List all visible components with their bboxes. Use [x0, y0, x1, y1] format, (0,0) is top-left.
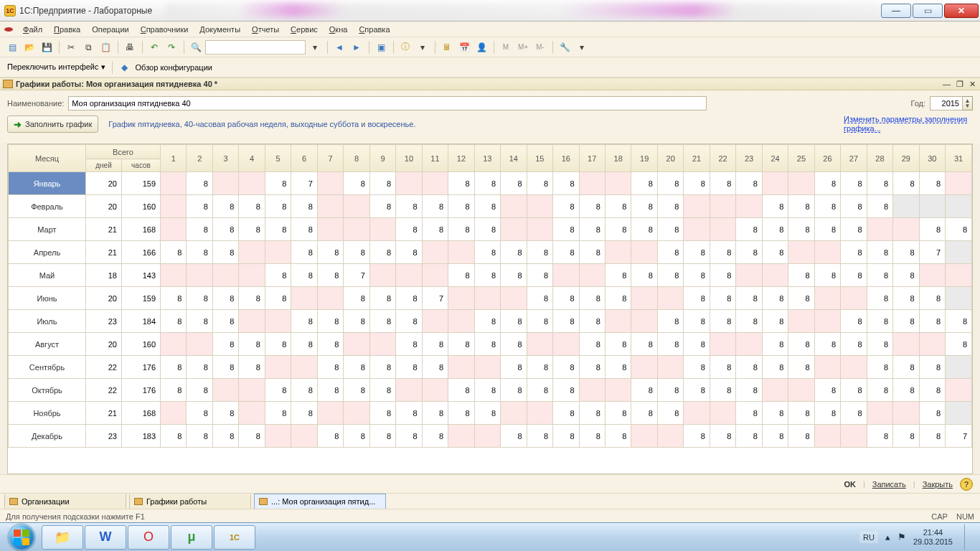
day-cell[interactable]: 8: [867, 310, 892, 333]
day-cell-weekend[interactable]: [448, 356, 474, 379]
day-cell[interactable]: 8: [474, 264, 500, 287]
day-cell[interactable]: 8: [788, 425, 814, 448]
hours-cell[interactable]: 160: [122, 333, 161, 356]
day-cell-weekend[interactable]: [684, 402, 710, 425]
calc-icon[interactable]: 🖩: [439, 39, 455, 55]
day-cell[interactable]: 8: [527, 264, 552, 287]
day-cell[interactable]: 8: [605, 218, 631, 241]
windows-icon[interactable]: ▣: [373, 39, 389, 55]
day-cell[interactable]: 8: [187, 195, 212, 218]
day-cell-weekend[interactable]: [448, 310, 474, 333]
mdi-restore-icon[interactable]: ❐: [955, 80, 965, 89]
minimize-button[interactable]: —: [881, 4, 911, 18]
day-cell[interactable]: 8: [344, 241, 369, 264]
day-cell[interactable]: 8: [579, 356, 605, 379]
day-cell[interactable]: 8: [344, 379, 369, 402]
day-cell[interactable]: 8: [265, 333, 291, 356]
day-cell[interactable]: 8: [605, 264, 631, 287]
day-cell[interactable]: 8: [422, 356, 448, 379]
day-cell[interactable]: 8: [212, 402, 238, 425]
day-cell[interactable]: 8: [291, 333, 317, 356]
year-input[interactable]: [930, 96, 963, 110]
day-cell-weekend[interactable]: [291, 287, 317, 310]
day-cell[interactable]: 8: [396, 425, 422, 448]
day-cell[interactable]: 8: [684, 310, 710, 333]
day-cell-weekend[interactable]: [501, 402, 527, 425]
day-cell-weekend[interactable]: [448, 425, 474, 448]
day-cell-weekend[interactable]: [527, 402, 552, 425]
day-cell[interactable]: 8: [946, 218, 972, 241]
day-cell-weekend[interactable]: [867, 218, 892, 241]
day-cell-weekend[interactable]: [501, 287, 527, 310]
day-cell[interactable]: 8: [317, 241, 343, 264]
day-cell[interactable]: 8: [814, 172, 840, 195]
day-cell[interactable]: 8: [919, 310, 945, 333]
menu-item[interactable]: Правка: [50, 24, 85, 35]
days-cell[interactable]: 21: [86, 241, 122, 264]
day-cell-weekend[interactable]: [161, 218, 187, 241]
day-cell-weekend[interactable]: [344, 402, 369, 425]
day-cell[interactable]: 8: [265, 218, 291, 241]
day-cell[interactable]: 8: [317, 333, 343, 356]
search-input[interactable]: [205, 40, 306, 55]
day-cell[interactable]: 8: [736, 218, 762, 241]
day-cell[interactable]: 8: [501, 241, 527, 264]
day-cell[interactable]: 8: [161, 425, 187, 448]
day-cell[interactable]: 8: [212, 356, 238, 379]
day-cell-weekend[interactable]: [841, 287, 867, 310]
hours-cell[interactable]: 176: [122, 356, 161, 379]
day-cell[interactable]: 8: [605, 425, 631, 448]
day-cell-weekend[interactable]: [239, 172, 265, 195]
day-cell[interactable]: 8: [893, 172, 919, 195]
day-cell[interactable]: 8: [422, 195, 448, 218]
days-cell[interactable]: 20: [86, 287, 122, 310]
day-cell[interactable]: 8: [474, 241, 500, 264]
help-icon[interactable]: ?: [960, 478, 973, 491]
switch-interface-button[interactable]: Переключить интерфейс ▾: [4, 61, 108, 73]
day-cell[interactable]: 8: [212, 310, 238, 333]
hours-cell[interactable]: 160: [122, 195, 161, 218]
day-cell[interactable]: 8: [710, 356, 735, 379]
day-cell[interactable]: 8: [396, 310, 422, 333]
day-cell-weekend[interactable]: [814, 356, 840, 379]
days-cell[interactable]: 23: [86, 425, 122, 448]
day-cell[interactable]: 8: [344, 287, 369, 310]
day-cell[interactable]: 8: [396, 195, 422, 218]
day-cell[interactable]: 8: [187, 172, 212, 195]
day-cell-weekend[interactable]: [762, 379, 788, 402]
day-cell[interactable]: 8: [841, 402, 867, 425]
day-cell[interactable]: 8: [684, 379, 710, 402]
day-cell-weekend[interactable]: [187, 264, 212, 287]
day-cell[interactable]: 8: [736, 356, 762, 379]
day-cell[interactable]: 8: [605, 195, 631, 218]
day-cell[interactable]: 8: [553, 356, 579, 379]
day-cell[interactable]: 8: [762, 195, 788, 218]
hours-cell[interactable]: 166: [122, 241, 161, 264]
day-cell[interactable]: 8: [736, 287, 762, 310]
day-cell-weekend[interactable]: [396, 264, 422, 287]
day-cell[interactable]: 8: [161, 310, 187, 333]
day-cell-weekend[interactable]: [212, 172, 238, 195]
day-cell[interactable]: 8: [422, 402, 448, 425]
day-cell[interactable]: 8: [448, 379, 474, 402]
wrench-icon[interactable]: 🔧: [557, 39, 573, 55]
day-cell[interactable]: 8: [684, 264, 710, 287]
day-cell[interactable]: 8: [553, 310, 579, 333]
day-cell[interactable]: 8: [344, 310, 369, 333]
day-cell[interactable]: 8: [579, 333, 605, 356]
undo-icon[interactable]: ↶: [146, 39, 162, 55]
day-cell[interactable]: 8: [841, 264, 867, 287]
day-cell[interactable]: 8: [369, 195, 395, 218]
day-cell[interactable]: 8: [684, 287, 710, 310]
tab-current-schedule[interactable]: ...: Моя организация пятид...: [254, 494, 386, 509]
search-dropdown-icon[interactable]: ▾: [307, 39, 323, 55]
day-cell[interactable]: 8: [291, 195, 317, 218]
day-cell-weekend[interactable]: [474, 287, 500, 310]
day-cell-weekend[interactable]: [396, 172, 422, 195]
day-cell[interactable]: 8: [474, 172, 500, 195]
month-cell[interactable]: Июль: [9, 310, 86, 333]
day-cell[interactable]: 8: [788, 195, 814, 218]
close-form-button[interactable]: Закрыть: [923, 480, 953, 489]
day-cell[interactable]: 8: [527, 356, 552, 379]
day-cell[interactable]: 8: [893, 356, 919, 379]
